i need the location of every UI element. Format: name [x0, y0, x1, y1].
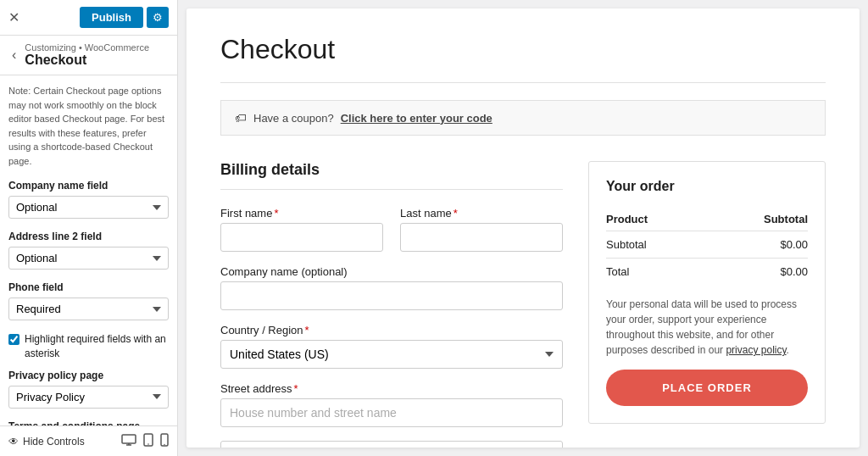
privacy-text: Your personal data will be used to proce… [606, 297, 808, 358]
street-address-input[interactable] [220, 398, 563, 427]
first-name-required: * [274, 207, 278, 220]
privacy-policy-page-select[interactable]: Privacy Policy [8, 386, 169, 409]
sidebar-nav: ‹ Customizing • WooCommerce Checkout [0, 36, 177, 75]
address-line2-select[interactable]: Optional Required Hidden [8, 247, 169, 270]
settings-button[interactable]: ⚙ [147, 7, 169, 28]
apartment-input[interactable] [220, 441, 563, 448]
billing-heading: Billing details [220, 161, 563, 190]
first-name-input[interactable] [220, 223, 383, 252]
country-row: Country / Region* United States (US) [220, 324, 563, 369]
close-button[interactable]: ✕ [8, 11, 19, 25]
street-required: * [294, 382, 298, 395]
last-name-input[interactable] [400, 223, 563, 252]
svg-point-2 [147, 443, 149, 445]
order-heading: Your order [606, 179, 808, 194]
highlight-required-checkbox[interactable] [8, 334, 19, 345]
page-title: Checkout [220, 34, 826, 65]
company-name-field-group: Company name field Optional Required Hid… [8, 180, 169, 219]
coupon-text: Have a coupon? [253, 112, 334, 125]
checkout-layout: Billing details First name* Last name* [220, 161, 826, 448]
sidebar-top-bar: ✕ Publish ⚙ [0, 0, 177, 36]
order-table: Product Subtotal Subtotal$0.00Total$0.00 [606, 208, 808, 285]
sidebar: ✕ Publish ⚙ ‹ Customizing • WooCommerce … [0, 0, 178, 456]
phone-select[interactable]: Optional Required Hidden [8, 298, 169, 320]
privacy-policy-link[interactable]: privacy policy [726, 344, 786, 356]
company-row: Company name (optional) [220, 265, 563, 310]
svg-rect-0 [122, 435, 136, 443]
eye-icon: 👁 [8, 436, 19, 448]
device-icons [121, 433, 169, 449]
back-button[interactable]: ‹ [8, 46, 19, 64]
street-row: Street address* [220, 382, 563, 427]
preview-area: Checkout 🏷 Have a coupon? Click here to … [186, 8, 860, 448]
company-name-field-label: Company name field [8, 180, 169, 192]
order-row-value: $0.00 [704, 259, 808, 286]
company-name-form-group: Company name (optional) [220, 265, 563, 310]
country-required: * [305, 324, 309, 336]
first-name-group: First name* [220, 207, 383, 252]
privacy-policy-page-group: Privacy policy page Privacy Policy [8, 370, 169, 409]
sidebar-note: Note: Certain Checkout page options may … [8, 84, 169, 168]
main-content: Checkout 🏷 Have a coupon? Click here to … [178, 0, 868, 456]
last-name-required: * [453, 207, 458, 220]
country-group: Country / Region* United States (US) [220, 324, 563, 369]
breadcrumb-title: Checkout [25, 53, 149, 68]
order-row-value: $0.00 [704, 231, 808, 259]
breadcrumb-sub: Customizing • WooCommerce [25, 42, 149, 53]
place-order-button[interactable]: PLACE ORDER [606, 370, 808, 406]
hide-controls-button[interactable]: 👁 Hide Controls [8, 436, 85, 448]
street-address-label: Street address* [220, 382, 563, 395]
company-name-select[interactable]: Optional Required Hidden [8, 196, 169, 219]
privacy-policy-page-label: Privacy policy page [8, 370, 169, 381]
desktop-view-button[interactable] [121, 433, 136, 449]
hide-controls-label: Hide Controls [23, 436, 85, 448]
col-product: Product [606, 208, 704, 231]
country-label: Country / Region* [220, 324, 563, 336]
order-row: Subtotal$0.00 [606, 231, 808, 259]
highlight-required-row: Highlight required fields with an asteri… [8, 332, 169, 361]
publish-button[interactable]: Publish [80, 7, 143, 28]
company-name-form-label: Company name (optional) [220, 265, 563, 278]
coupon-link[interactable]: Click here to enter your code [341, 112, 492, 125]
order-row-label: Subtotal [606, 231, 704, 259]
street-address-group: Street address* [220, 382, 563, 427]
last-name-group: Last name* [400, 207, 563, 252]
sidebar-content: Note: Certain Checkout page options may … [0, 75, 177, 425]
highlight-required-label: Highlight required fields with an asteri… [25, 332, 169, 361]
country-select[interactable]: United States (US) [220, 340, 563, 369]
tablet-view-button[interactable] [143, 433, 153, 449]
coupon-icon: 🏷 [235, 111, 247, 125]
sidebar-bottom: 👁 Hide Controls [0, 425, 177, 456]
address-line2-field-group: Address line 2 field Optional Required H… [8, 231, 169, 270]
billing-section: Billing details First name* Last name* [220, 161, 563, 448]
phone-field-label: Phone field [8, 281, 169, 293]
order-row: Total$0.00 [606, 259, 808, 286]
order-summary: Your order Product Subtotal Subtotal$0.0… [588, 161, 826, 424]
publish-area: Publish ⚙ [80, 7, 169, 28]
col-subtotal: Subtotal [704, 208, 808, 231]
last-name-label: Last name* [400, 207, 563, 220]
order-row-label: Total [606, 259, 704, 286]
first-name-label: First name* [220, 207, 383, 220]
name-row: First name* Last name* [220, 207, 563, 252]
svg-point-4 [164, 444, 164, 445]
apartment-group [220, 441, 563, 448]
apartment-row [220, 441, 563, 448]
company-name-input[interactable] [220, 281, 563, 310]
phone-field-group: Phone field Optional Required Hidden [8, 281, 169, 320]
mobile-view-button[interactable] [160, 433, 169, 449]
address-line2-field-label: Address line 2 field [8, 231, 169, 242]
coupon-bar: 🏷 Have a coupon? Click here to enter you… [220, 100, 826, 136]
breadcrumb-area: Customizing • WooCommerce Checkout [25, 42, 149, 68]
